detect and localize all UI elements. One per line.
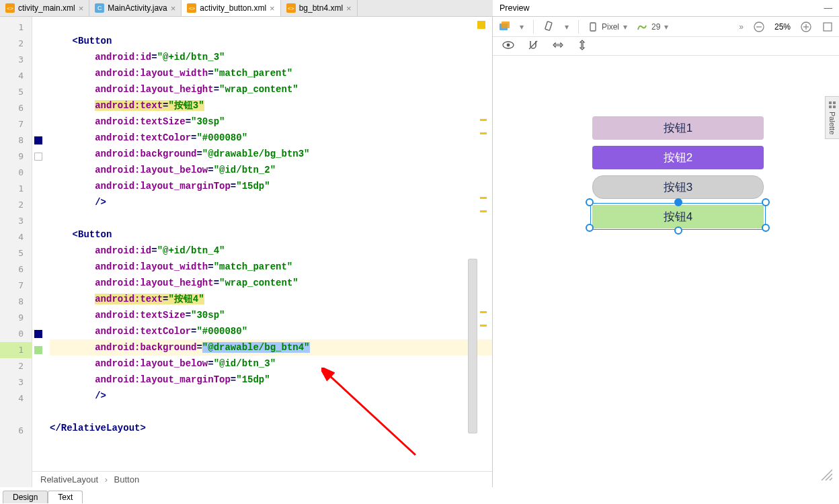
magnet-icon[interactable] <box>528 40 538 52</box>
svg-rect-14 <box>829 101 832 104</box>
minimize-icon[interactable]: — <box>824 3 833 13</box>
svg-rect-10 <box>824 23 832 31</box>
chevron-down-icon[interactable]: ▾ <box>520 22 524 32</box>
svg-rect-16 <box>829 106 832 108</box>
orientation-icon[interactable] <box>543 21 555 33</box>
pan-vertical-icon[interactable] <box>577 39 587 53</box>
tab-activity-main[interactable]: <> ctivity_main.xml × <box>0 0 89 16</box>
more-icon[interactable]: » <box>739 22 744 32</box>
zoom-fit-icon[interactable] <box>822 21 834 33</box>
svg-point-12 <box>507 44 510 47</box>
breadcrumb[interactable]: RelativeLayout › Button <box>32 471 492 487</box>
svg-rect-2 <box>502 22 510 28</box>
preview-title: Preview <box>500 3 529 13</box>
tab-label: ctivity_main.xml <box>18 3 75 13</box>
xml-icon: <> <box>286 3 296 13</box>
close-icon[interactable]: × <box>171 3 176 13</box>
svg-line-20 <box>830 478 832 480</box>
breadcrumb-item[interactable]: Button <box>114 474 140 485</box>
preview-canvas[interactable]: Palette 按钮1 按钮2 按钮3 按钮4 <box>493 56 839 487</box>
breadcrumb-item[interactable]: RelativeLayout <box>40 474 98 485</box>
xml-icon: <> <box>5 3 15 13</box>
tab-main-activity[interactable]: C MainActivity.java × <box>89 0 182 16</box>
surface-icon[interactable] <box>498 21 510 33</box>
tab-label: MainActivity.java <box>108 3 167 13</box>
api-selector[interactable]: 29▾ <box>637 22 668 32</box>
design-tab[interactable]: Design <box>3 491 48 503</box>
preview-toolbar-secondary <box>493 37 839 56</box>
zoom-label: 25% <box>774 22 791 32</box>
svg-rect-17 <box>833 106 836 108</box>
svg-rect-4 <box>590 23 596 31</box>
pan-horizontal-icon[interactable] <box>552 40 564 52</box>
close-icon[interactable]: × <box>270 3 275 13</box>
preview-button-4[interactable]: 按钮4 <box>592 205 764 228</box>
svg-rect-3 <box>545 21 552 30</box>
xml-icon: <> <box>187 3 196 13</box>
preview-button-3[interactable]: 按钮3 <box>592 175 764 199</box>
preview-pane: Preview — ▾ ▾ Pixel▾ 29▾ » <box>492 17 839 487</box>
eye-icon[interactable] <box>502 40 514 52</box>
tab-label: bg_btn4.xml <box>299 3 343 13</box>
tab-label: activity_button.xml <box>200 3 266 13</box>
zoom-in-icon[interactable] <box>800 21 812 33</box>
preview-button-2[interactable]: 按钮2 <box>592 146 764 169</box>
palette-tab[interactable]: Palette <box>825 96 839 139</box>
vertical-scrollbar[interactable] <box>467 17 477 471</box>
text-tab[interactable]: Text <box>48 491 83 503</box>
chevron-down-icon[interactable]: ▾ <box>565 22 569 32</box>
layout-preview: 按钮1 按钮2 按钮3 按钮4 <box>592 116 768 235</box>
tab-activity-button[interactable]: <> activity_button.xml × <box>182 0 280 16</box>
close-icon[interactable]: × <box>79 3 84 13</box>
code-editor[interactable]: <<ButtonButton android:id="@+id/btn_3" a… <box>32 17 492 471</box>
line-gutter: 1 2 3 4 5 6 7 8 9 0 1 2 3 4 5 6 7 8 9 0 … <box>0 17 32 487</box>
device-selector[interactable]: Pixel▾ <box>588 22 627 32</box>
svg-rect-15 <box>833 101 836 104</box>
java-icon: C <box>95 3 104 13</box>
error-stripe[interactable] <box>480 17 488 471</box>
preview-button-1[interactable]: 按钮1 <box>592 116 764 140</box>
zoom-out-icon[interactable] <box>753 21 765 33</box>
resize-grip-icon[interactable] <box>819 467 832 480</box>
preview-toolbar: ▾ ▾ Pixel▾ 29▾ » 25% <box>493 17 839 37</box>
close-icon[interactable]: × <box>346 3 352 13</box>
tab-bg-btn4[interactable]: <> bg_btn4.xml × <box>281 0 358 16</box>
